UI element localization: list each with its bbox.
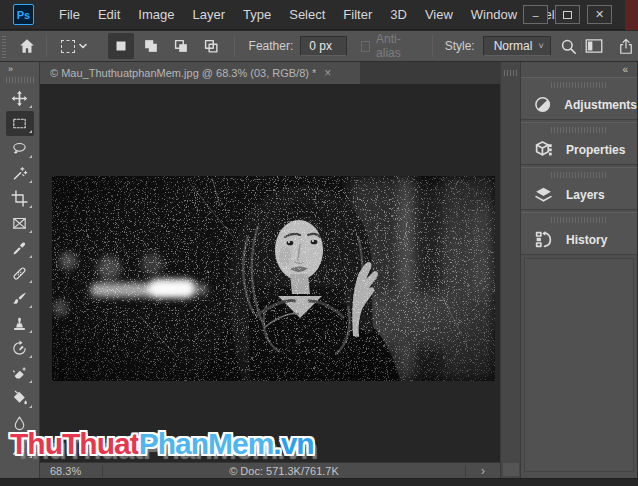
frame-tool[interactable] [6,211,34,236]
magic-wand-tool-icon [11,165,28,182]
menu-image[interactable]: Image [129,0,183,30]
layers-icon [534,185,553,204]
layers-panel-button[interactable]: Layers [521,167,637,210]
document-tab[interactable]: © Mau_ThuthuatphanMem.jpg @ 68.3% (03, R… [40,62,360,84]
properties-panel-button[interactable]: Properties [521,122,637,165]
lasso-tool-icon [11,140,28,157]
menu-edit[interactable]: Edit [89,0,129,30]
panel-label: Properties [566,143,625,157]
share-icon [617,37,635,56]
menu-3d[interactable]: 3D [381,0,416,30]
menu-type[interactable]: Type [234,0,280,30]
move-tool-icon [11,90,28,107]
maximize-icon [563,11,572,19]
title-bar: Ps File Edit Image Layer Type Select Fil… [0,0,638,30]
dock-collapse-button[interactable]: « [521,62,637,77]
crop-tool[interactable] [6,186,34,211]
status-expander-icon[interactable]: › [466,464,500,478]
separator [46,35,47,57]
style-label: Style: [445,39,475,53]
watermark: ThuThuatPhanMem.vn [10,427,314,461]
spot-healing-brush-tool-icon [11,265,28,282]
anti-alias-label: Anti-alias [376,32,418,60]
workspace-icon [584,37,604,55]
lasso-tool[interactable] [6,136,34,161]
subtract-from-selection-button[interactable] [168,33,194,59]
tab-close-icon[interactable]: × [324,67,331,79]
rectangular-marquee-tool[interactable] [6,111,34,136]
magic-eraser-tool[interactable] [6,361,34,386]
frame-tool-icon [11,215,28,232]
panel-label: History [566,233,607,247]
panel-label: Layers [566,188,605,202]
tools-panel: » [0,62,40,478]
minimize-icon: – [532,9,538,21]
maximize-button[interactable] [555,5,580,24]
watermark-part3: .vn [273,427,313,460]
close-button[interactable]: ✕ [587,5,612,24]
paint-bucket-tool[interactable] [6,386,34,411]
menu-view[interactable]: View [416,0,462,30]
feather-input[interactable]: 0 px [300,36,346,56]
selection-mode-group [108,33,224,59]
paint-bucket-tool-icon [11,390,28,407]
move-tool[interactable] [6,86,34,111]
panel-label: Adjustments [564,98,637,112]
separator [234,35,235,57]
document-size-info[interactable]: © Doc: 571.3K/761.7K [103,465,465,477]
options-bar-grip [2,34,6,58]
adjustments-icon [534,95,551,114]
close-icon: ✕ [595,8,604,21]
add-to-selection-button[interactable] [138,33,164,59]
toolbar-expand-button[interactable]: » [0,62,39,75]
new-selection-button[interactable] [108,33,134,59]
search-icon [559,37,578,56]
document-tab-title: © Mau_ThuthuatphanMem.jpg @ 68.3% (03, R… [50,67,316,79]
photoshop-window: Ps File Edit Image Layer Type Select Fil… [0,0,638,486]
window-controls: – ✕ [523,5,612,24]
anti-alias-checkbox[interactable] [361,41,371,52]
panel-grip [551,172,607,178]
menu-filter[interactable]: Filter [334,0,381,30]
history-panel-button[interactable]: History [521,212,637,255]
share-button[interactable] [614,33,638,59]
tool-preset-button[interactable] [57,33,91,59]
menu-file[interactable]: File [50,0,89,30]
home-button[interactable] [14,33,40,59]
minimize-button[interactable]: – [523,5,548,24]
menu-window[interactable]: Window [462,0,526,30]
eyedropper-tool[interactable] [6,236,34,261]
screen-edge-strip [625,0,638,30]
vertical-scrollbar[interactable] [500,62,520,478]
history-brush-tool[interactable] [6,336,34,361]
marquee-preset-icon [61,40,75,53]
clone-stamp-tool[interactable] [6,311,34,336]
home-icon [18,37,36,55]
intersect-selection-button[interactable] [198,33,224,59]
tool-options-bar: Feather: 0 px Anti-alias Style: Normal ˅ [0,31,638,62]
style-select[interactable]: Normal ˅ [483,36,551,56]
right-panel-dock: « Adjustments Properties La [520,62,637,478]
panel-grip [551,127,607,133]
window-bottom-edge [0,478,638,486]
scrollbar-corner [503,463,519,476]
main-area: » [0,62,638,478]
zoom-level-field[interactable]: 68.3% [40,465,102,477]
watermark-part1: ThuThuat [10,427,139,460]
empty-panel-area [524,258,634,472]
rectangular-marquee-tool-icon [11,115,28,132]
document-image[interactable] [52,176,495,381]
canvas-pasteboard[interactable] [40,84,500,462]
menu-layer[interactable]: Layer [184,0,235,30]
brush-tool[interactable] [6,286,34,311]
spot-healing-brush-tool[interactable] [6,261,34,286]
eyedropper-tool-icon [11,240,28,257]
menu-select[interactable]: Select [280,0,334,30]
intersect-selection-icon [202,37,220,55]
magic-wand-tool[interactable] [6,161,34,186]
subtract-from-selection-icon [172,37,190,55]
search-button[interactable] [557,33,581,59]
workspace-button[interactable] [582,33,606,59]
anti-alias-option: Anti-alias [361,32,418,60]
adjustments-panel-button[interactable]: Adjustments [521,77,637,120]
